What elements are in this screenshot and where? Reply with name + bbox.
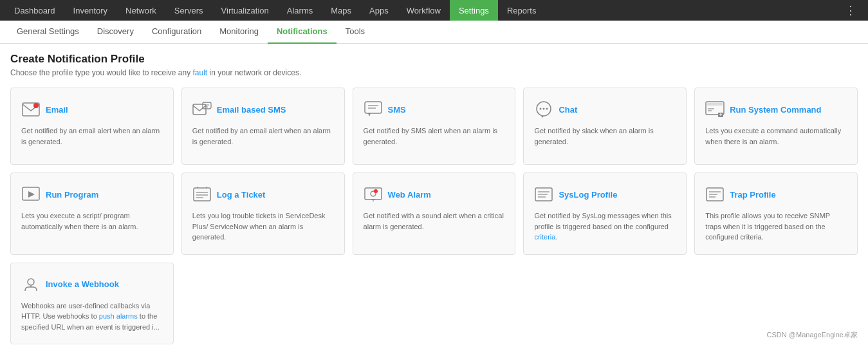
- card-run-command-desc: Lets you execute a command automatically…: [705, 126, 847, 147]
- nav-dashboard[interactable]: Dashboard: [5, 0, 64, 21]
- cards-row-1: Email Get notified by an email alert whe…: [0, 80, 868, 172]
- nav-inventory[interactable]: Inventory: [64, 0, 116, 21]
- nav-maps[interactable]: Maps: [322, 0, 360, 21]
- run-program-icon: [21, 185, 41, 204]
- webhook-icon: [21, 275, 41, 294]
- card-run-program-desc: Lets you execute a script/ program autom…: [21, 210, 163, 232]
- subnav-tools[interactable]: Tools: [337, 21, 374, 44]
- card-log-ticket-desc: Lets you log trouble tickets in ServiceD…: [192, 210, 334, 243]
- sub-navigation: General Settings Discovery Configuration…: [0, 21, 868, 44]
- card-chat-header: Chat: [534, 100, 676, 119]
- card-webhook-desc: Webhooks are user-defined callbacks via …: [21, 301, 163, 333]
- card-email-sms[interactable]: Email based SMS Get notified by an email…: [181, 88, 345, 165]
- card-email-sms-desc: Get notified by an email alert when an a…: [192, 126, 334, 147]
- card-syslog-title: SysLog Profile: [559, 190, 617, 200]
- card-log-ticket-title: Log a Ticket: [217, 190, 266, 200]
- card-sms[interactable]: SMS Get notified by SMS alert when an al…: [353, 88, 516, 165]
- card-syslog-header: SysLog Profile: [534, 185, 676, 204]
- svg-rect-2: [193, 104, 206, 115]
- ticket-icon: [192, 185, 212, 204]
- svg-point-12: [543, 108, 545, 110]
- card-email-sms-title: Email based SMS: [217, 105, 286, 115]
- card-web-alarm-desc: Get notified with a sound alert when a c…: [364, 210, 505, 232]
- trap-icon: [705, 185, 725, 204]
- svg-point-1: [33, 103, 39, 108]
- card-webhook-header: Invoke a Webhook: [21, 275, 163, 294]
- card-trap-profile[interactable]: Trap Profile This profile allows you to …: [694, 172, 858, 255]
- card-syslog[interactable]: SysLog Profile Get notified by SysLog me…: [523, 172, 687, 255]
- svg-marker-14: [541, 116, 544, 118]
- card-sms-desc: Get notified by SMS alert when an alarm …: [364, 126, 505, 147]
- nav-workflow[interactable]: Workflow: [398, 0, 450, 21]
- top-navigation: Dashboard Inventory Network Servers Virt…: [0, 0, 868, 21]
- card-web-alarm[interactable]: Web Alarm Get notified with a sound aler…: [353, 172, 516, 255]
- card-trap-desc: This profile allows you to receive SNMP …: [705, 210, 847, 243]
- svg-point-32: [374, 189, 378, 193]
- card-sms-title: SMS: [388, 105, 406, 115]
- subnav-configuration[interactable]: Configuration: [143, 21, 210, 44]
- nav-servers[interactable]: Servers: [165, 0, 212, 21]
- svg-point-11: [540, 108, 542, 110]
- card-email-sms-header: Email based SMS: [192, 100, 334, 119]
- card-chat-title: Chat: [559, 105, 577, 115]
- svg-rect-16: [707, 103, 723, 106]
- card-sms-header: SMS: [364, 100, 505, 119]
- svg-marker-23: [28, 191, 35, 198]
- svg-point-13: [546, 108, 548, 110]
- card-chat[interactable]: Chat Get notified by slack when an alarm…: [523, 88, 687, 165]
- cards-row-3: Invoke a Webhook Webhooks are user-defin…: [0, 263, 868, 346]
- card-email-title: Email: [46, 105, 68, 115]
- more-options-icon[interactable]: ⋮: [838, 3, 863, 17]
- card-email[interactable]: Email Get notified by an email alert whe…: [10, 88, 174, 165]
- nav-virtualization[interactable]: Virtualization: [212, 0, 278, 21]
- page-title: Create Notification Profile: [10, 53, 858, 66]
- card-email-header: Email: [21, 100, 163, 119]
- card-syslog-desc: Get notified by SysLog messages when thi…: [534, 210, 676, 243]
- card-chat-desc: Get notified by slack when an alarm is g…: [534, 126, 676, 147]
- fault-link[interactable]: fault: [193, 68, 208, 77]
- nav-alarms[interactable]: Alarms: [278, 0, 322, 21]
- web-alarm-icon: [364, 185, 383, 204]
- subnav-discovery[interactable]: Discovery: [88, 21, 143, 44]
- page-header: Create Notification Profile Choose the p…: [0, 44, 868, 80]
- card-email-desc: Get notified by an email alert when an a…: [21, 126, 163, 147]
- nav-network[interactable]: Network: [116, 0, 165, 21]
- webhook-push-link[interactable]: push alarms: [99, 312, 138, 320]
- card-log-ticket-header: Log a Ticket: [192, 185, 334, 204]
- subnav-monitoring[interactable]: Monitoring: [210, 21, 268, 44]
- card-run-program-title: Run Program: [46, 190, 98, 200]
- chat-icon: [534, 100, 553, 119]
- cards-row-2: Run Program Lets you execute a script/ p…: [0, 172, 868, 263]
- email-icon: [21, 100, 41, 119]
- sms-icon: [364, 100, 383, 119]
- svg-marker-9: [368, 113, 371, 117]
- card-run-system-command[interactable]: Run System Command Lets you execute a co…: [694, 88, 858, 165]
- card-run-command-title: Run System Command: [730, 105, 821, 115]
- card-run-command-header: Run System Command: [705, 100, 847, 119]
- page-wrapper: Create Notification Profile Choose the p…: [0, 44, 868, 345]
- subnav-general-settings[interactable]: General Settings: [8, 21, 88, 44]
- card-trap-title: Trap Profile: [730, 190, 776, 200]
- card-log-ticket[interactable]: Log a Ticket Lets you log trouble ticket…: [181, 172, 345, 255]
- page-subtitle: Choose the profile type you would like t…: [10, 68, 858, 77]
- card-webhook-title: Invoke a Webhook: [46, 279, 119, 289]
- svg-rect-30: [365, 188, 382, 200]
- nav-apps[interactable]: Apps: [360, 0, 398, 21]
- card-webhook[interactable]: Invoke a Webhook Webhooks are user-defin…: [10, 263, 174, 345]
- card-run-program-header: Run Program: [21, 185, 163, 204]
- subnav-notifications[interactable]: Notifications: [268, 21, 337, 44]
- svg-rect-24: [194, 188, 210, 201]
- nav-reports[interactable]: Reports: [498, 0, 546, 21]
- syslog-icon: [534, 185, 553, 204]
- watermark: CSDN @ManageEngine卓家: [767, 330, 858, 340]
- syslog-criteria-link[interactable]: criteria: [534, 233, 555, 241]
- nav-settings[interactable]: Settings: [450, 0, 498, 21]
- run-command-icon: [705, 100, 725, 119]
- svg-rect-3: [203, 102, 211, 109]
- svg-rect-6: [365, 102, 382, 113]
- card-trap-profile-header: Trap Profile: [705, 185, 847, 204]
- email-sms-icon: [192, 100, 212, 119]
- card-web-alarm-header: Web Alarm: [364, 185, 505, 204]
- card-run-program[interactable]: Run Program Lets you execute a script/ p…: [10, 172, 174, 255]
- card-web-alarm-title: Web Alarm: [388, 190, 431, 200]
